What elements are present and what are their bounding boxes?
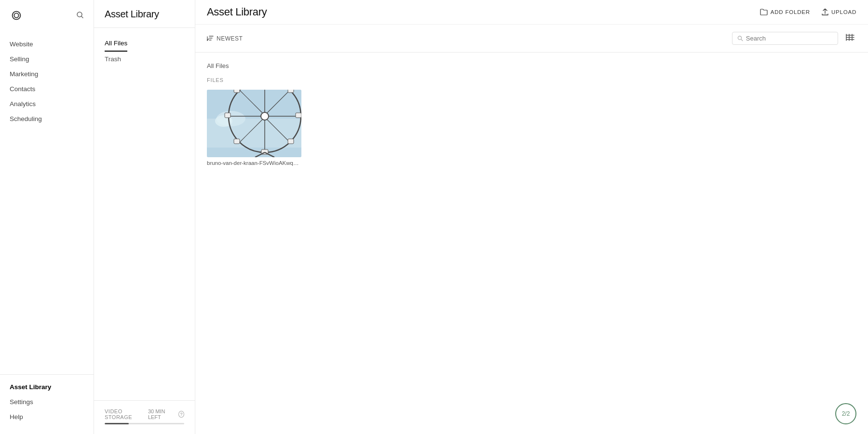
ferris-wheel-image	[207, 90, 301, 157]
sidebar: Website Selling Marketing Contacts Analy…	[0, 0, 94, 434]
main-content: Asset Library ADD FOLDER UPLOAD	[195, 0, 868, 434]
svg-rect-34	[234, 90, 240, 93]
sidebar-top	[0, 0, 94, 27]
storage-bar	[105, 423, 184, 424]
grid-view-icon	[846, 34, 854, 41]
search-icon	[737, 35, 743, 41]
toolbar-right	[732, 31, 856, 45]
svg-point-19	[261, 112, 269, 120]
svg-rect-35	[288, 90, 294, 93]
upload-label: UPLOAD	[831, 9, 856, 15]
view-toggle-button[interactable]	[844, 31, 856, 45]
add-folder-button[interactable]: ADD FOLDER	[760, 9, 810, 15]
storage-bar-fill	[105, 423, 129, 424]
header-actions: ADD FOLDER UPLOAD	[760, 9, 856, 15]
panel-nav-all-files[interactable]: All Files	[105, 36, 127, 52]
main-toolbar: NEWEST	[195, 25, 868, 53]
sidebar-search-icon[interactable]	[76, 11, 84, 20]
upload-icon	[822, 9, 828, 15]
asset-library-panel: Asset Library All Files Trash VIDEO STOR…	[94, 0, 195, 434]
sidebar-item-scheduling[interactable]: Scheduling	[0, 111, 94, 126]
sidebar-bottom: Asset Library Settings Help	[0, 374, 94, 434]
search-box	[732, 32, 838, 45]
files-section-label: FILES	[207, 77, 856, 83]
sidebar-item-analytics[interactable]: Analytics	[0, 96, 94, 111]
storage-time-left: 30 MIN LEFT	[148, 408, 175, 420]
panel-nav: All Files Trash	[94, 28, 195, 67]
storage-info: VIDEO STORAGE 30 MIN LEFT ?	[94, 400, 195, 434]
svg-rect-30	[288, 139, 294, 144]
sort-icon	[207, 35, 214, 42]
panel-header: Asset Library	[94, 0, 195, 28]
file-thumbnail	[207, 90, 301, 157]
sidebar-item-contacts[interactable]: Contacts	[0, 81, 94, 96]
sort-label: NEWEST	[217, 35, 243, 42]
add-folder-icon	[760, 9, 768, 15]
svg-rect-33	[225, 113, 231, 118]
main-nav: Website Selling Marketing Contacts Analy…	[0, 27, 94, 374]
sidebar-item-selling[interactable]: Selling	[0, 52, 94, 67]
squarespace-logo-icon	[10, 9, 23, 22]
sort-arrow-icon	[207, 35, 214, 41]
files-grid: bruno-van-der-kraan-FSvWioAKwqU-unsplas.…	[207, 90, 856, 166]
svg-line-1	[81, 16, 83, 18]
sidebar-item-help[interactable]: Help	[0, 409, 94, 424]
svg-line-7	[741, 39, 743, 41]
svg-rect-29	[296, 113, 301, 118]
file-card[interactable]: bruno-van-der-kraan-FSvWioAKwqU-unsplas.…	[207, 90, 301, 166]
sidebar-item-settings[interactable]: Settings	[0, 394, 94, 409]
upload-button[interactable]: UPLOAD	[822, 9, 856, 15]
add-folder-label: ADD FOLDER	[771, 9, 810, 15]
sort-button[interactable]: NEWEST	[207, 35, 243, 42]
breadcrumb: All Files	[207, 62, 856, 69]
search-input[interactable]	[746, 35, 833, 42]
panel-nav-trash[interactable]: Trash	[94, 52, 195, 67]
storage-help-icon[interactable]: ?	[178, 411, 184, 418]
page-title: Asset Library	[207, 6, 267, 18]
file-name: bruno-van-der-kraan-FSvWioAKwqU-unsplas.…	[207, 160, 301, 166]
content-area: All Files FILES	[195, 53, 868, 434]
progress-badge[interactable]: 2/2	[835, 403, 856, 424]
panel-title: Asset Library	[105, 9, 184, 20]
sidebar-item-website[interactable]: Website	[0, 37, 94, 52]
logo[interactable]	[10, 9, 23, 22]
svg-rect-32	[234, 139, 240, 144]
storage-label: VIDEO STORAGE	[105, 408, 144, 420]
page-header: Asset Library ADD FOLDER UPLOAD	[195, 0, 868, 25]
sidebar-item-marketing[interactable]: Marketing	[0, 67, 94, 81]
sidebar-item-asset-library[interactable]: Asset Library	[0, 380, 94, 394]
